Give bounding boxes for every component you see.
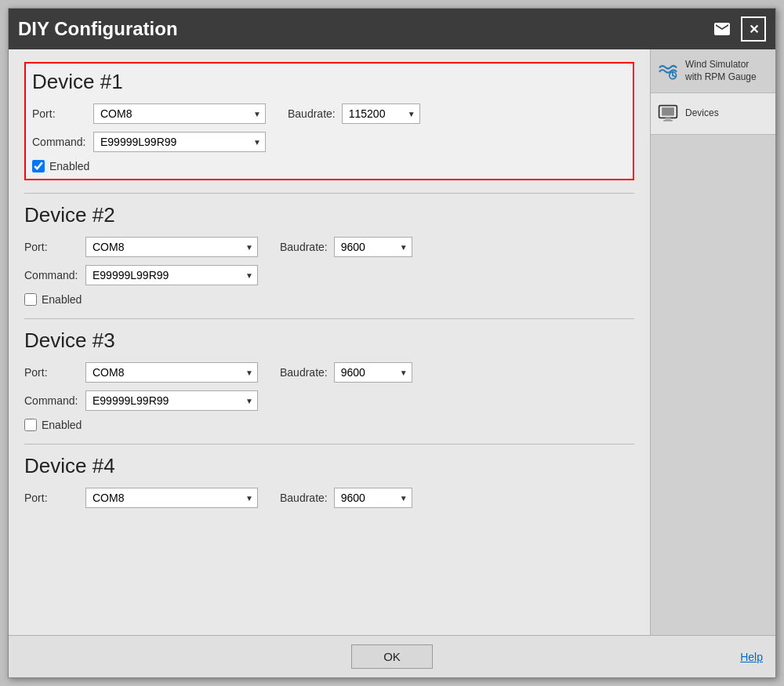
message-icon[interactable] <box>710 16 735 42</box>
sidebar-item-devices[interactable]: Devices <box>651 93 775 135</box>
device-3-enabled-checkbox[interactable] <box>24 419 37 431</box>
baudrate-label-3: Baudrate: <box>280 366 328 379</box>
device-section-4: Device #4 Port: COM8 Baudrate: 9600 <box>24 454 634 508</box>
device-2-baudrate-wrapper: 9600 <box>334 237 412 257</box>
device-3-port-select[interactable]: COM8 <box>85 362 258 383</box>
ok-button[interactable]: OK <box>351 644 433 669</box>
close-button[interactable]: ✕ <box>741 16 766 42</box>
device-2-enabled-label: Enabled <box>42 293 82 306</box>
device-3-enabled-row: Enabled <box>24 419 634 431</box>
title-bar-controls: ✕ <box>710 16 766 42</box>
device-3-port-wrapper: COM8 <box>85 362 258 383</box>
device-2-enabled-checkbox[interactable] <box>24 293 37 306</box>
device-2-command-wrapper: E99999L99R99 <box>85 265 258 285</box>
wind-icon <box>657 60 679 82</box>
monitor-icon <box>657 103 679 125</box>
device-1-title: Device #1 <box>32 70 626 94</box>
device-3-baudrate-select[interactable]: 9600 <box>334 362 412 383</box>
device-1-baudrate-select[interactable]: 115200 <box>342 103 420 124</box>
device-1-enabled-label: Enabled <box>49 160 89 172</box>
svg-rect-5 <box>666 118 671 120</box>
port-label-3: Port: <box>24 366 79 379</box>
device-3-port-row: Port: COM8 Baudrate: 9600 <box>24 362 634 383</box>
baudrate-label-4: Baudrate: <box>280 492 328 504</box>
device-4-port-select[interactable]: COM8 <box>85 488 258 508</box>
device-1-command-select[interactable]: E99999L99R99 <box>93 132 266 152</box>
device-section-3: Device #3 Port: COM8 Baudrate: 9600 <box>24 328 634 431</box>
sidebar: Wind Simulatorwith RPM Gauge Devices <box>650 49 775 635</box>
command-label-2: Command: <box>24 269 79 281</box>
main-panel: Device #1 Port: COM8 Baudrate: 115200 <box>9 49 650 635</box>
device-3-title: Device #3 <box>24 328 634 353</box>
sidebar-wind-label: Wind Simulatorwith RPM Gauge <box>685 59 757 83</box>
sidebar-item-wind-simulator[interactable]: Wind Simulatorwith RPM Gauge <box>651 49 775 93</box>
divider-2-3 <box>24 318 634 319</box>
device-2-baudrate-select[interactable]: 9600 <box>334 237 412 257</box>
title-bar: DIY Configuration ✕ <box>9 9 775 49</box>
device-1-baudrate-wrapper: 115200 <box>342 103 420 124</box>
device-3-baudrate-wrapper: 9600 <box>334 362 412 383</box>
command-label-3: Command: <box>24 394 79 407</box>
device-3-command-row: Command: E99999L99R99 <box>24 390 634 411</box>
device-4-port-wrapper: COM8 <box>85 488 258 508</box>
device-3-command-wrapper: E99999L99R99 <box>85 390 258 411</box>
content-area: Device #1 Port: COM8 Baudrate: 115200 <box>9 49 775 635</box>
device-1-enabled-checkbox[interactable] <box>32 160 45 172</box>
device-4-port-row: Port: COM8 Baudrate: 9600 <box>24 488 634 508</box>
main-window: DIY Configuration ✕ Device #1 Port: COM8 <box>8 8 776 678</box>
device-2-title: Device #2 <box>24 203 634 227</box>
device-2-command-select[interactable]: E99999L99R99 <box>85 265 258 285</box>
sidebar-devices-label: Devices <box>685 107 719 120</box>
device-2-command-row: Command: E99999L99R99 <box>24 265 634 285</box>
divider-1-2 <box>24 193 634 194</box>
device-3-command-select[interactable]: E99999L99R99 <box>85 390 258 411</box>
device-1-port-row: Port: COM8 Baudrate: 115200 <box>32 103 626 124</box>
device-4-title: Device #4 <box>24 454 634 478</box>
device-3-enabled-label: Enabled <box>42 419 82 431</box>
port-label-2: Port: <box>24 241 79 253</box>
device-4-baudrate-wrapper: 9600 <box>334 488 412 508</box>
port-label-4: Port: <box>24 492 79 504</box>
device-2-enabled-row: Enabled <box>24 293 634 306</box>
device-1-enabled-row: Enabled <box>32 160 626 172</box>
help-link[interactable]: Help <box>740 651 763 663</box>
command-label-1: Command: <box>32 136 87 148</box>
window-title: DIY Configuration <box>18 18 178 40</box>
svg-line-2 <box>673 75 676 77</box>
svg-rect-6 <box>663 120 673 122</box>
port-label-1: Port: <box>32 107 87 120</box>
device-1-command-wrapper: E99999L99R99 <box>93 132 266 152</box>
device-1-port-select[interactable]: COM8 <box>93 103 266 124</box>
footer: OK Help <box>9 635 775 677</box>
device-1-command-row: Command: E99999L99R99 <box>32 132 626 152</box>
device-2-port-select[interactable]: COM8 <box>85 237 258 257</box>
device-section-1: Device #1 Port: COM8 Baudrate: 115200 <box>24 62 634 180</box>
baudrate-label-2: Baudrate: <box>280 241 328 253</box>
device-4-baudrate-select[interactable]: 9600 <box>334 488 412 508</box>
baudrate-label-1: Baudrate: <box>288 107 336 120</box>
device-section-2: Device #2 Port: COM8 Baudrate: 9600 <box>24 203 634 306</box>
device-2-port-row: Port: COM8 Baudrate: 9600 <box>24 237 634 257</box>
divider-3-4 <box>24 444 634 445</box>
device-1-port-wrapper: COM8 <box>93 103 266 124</box>
svg-rect-4 <box>662 107 674 116</box>
device-2-port-wrapper: COM8 <box>85 237 258 257</box>
